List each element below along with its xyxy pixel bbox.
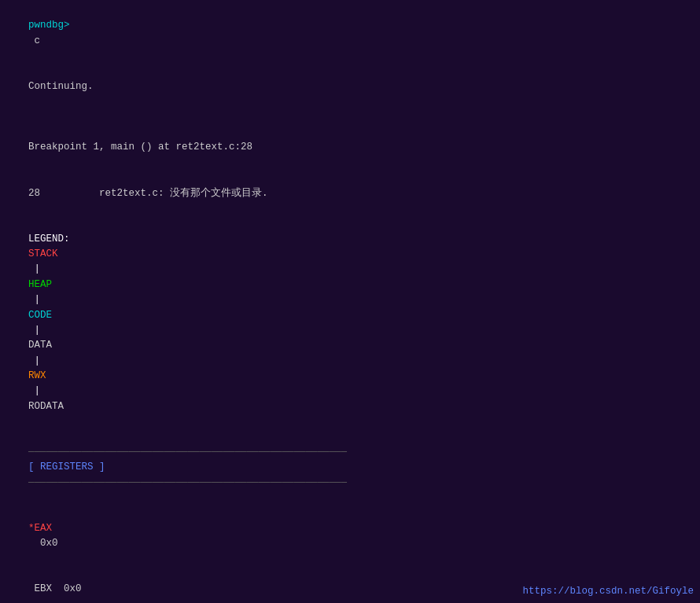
ebx-line: EBX 0x0 bbox=[5, 567, 695, 603]
eax-line: *EAX 0x0 bbox=[5, 506, 695, 567]
breakpoint-line: Breakpoint 1, main () at ret2text.c:28 bbox=[5, 125, 695, 171]
registers-header-line: ────────────────────────────────────────… bbox=[5, 430, 695, 506]
legend-code: CODE bbox=[28, 310, 52, 321]
continuing-line: Continuing. bbox=[5, 64, 695, 110]
terminal: pwndbg> c Continuing. Breakpoint 1, main… bbox=[0, 0, 700, 603]
continuing-text: Continuing. bbox=[28, 81, 94, 92]
ebx-name: EBX 0x0 bbox=[28, 583, 82, 594]
breakpoint-text: Breakpoint 1, main () at ret2text.c:28 bbox=[28, 142, 252, 153]
source-line: 28 ret2text.c: 没有那个文件或目录. bbox=[5, 171, 695, 216]
registers-header: [ REGISTERS ] bbox=[28, 461, 105, 472]
legend-heap: HEAP bbox=[28, 279, 52, 290]
source-text: 28 ret2text.c: 没有那个文件或目录. bbox=[28, 188, 268, 199]
legend-line: LEGEND: STACK | HEAP | CODE | DATA | RWX… bbox=[5, 216, 695, 429]
legend-label: LEGEND: bbox=[28, 233, 76, 245]
legend-data: DATA bbox=[28, 340, 52, 351]
prompt: pwndbg> bbox=[28, 20, 70, 31]
url: https://blog.csdn.net/Gifoyle bbox=[522, 586, 694, 597]
prompt-line: pwndbg> c bbox=[5, 3, 695, 64]
eax-name: *EAX bbox=[28, 523, 52, 534]
legend-rodata: RODATA bbox=[28, 401, 64, 412]
legend-stack: STACK bbox=[28, 248, 58, 259]
command: c bbox=[28, 35, 40, 46]
blank1 bbox=[5, 110, 695, 125]
legend-rwx: RWX bbox=[28, 370, 46, 381]
